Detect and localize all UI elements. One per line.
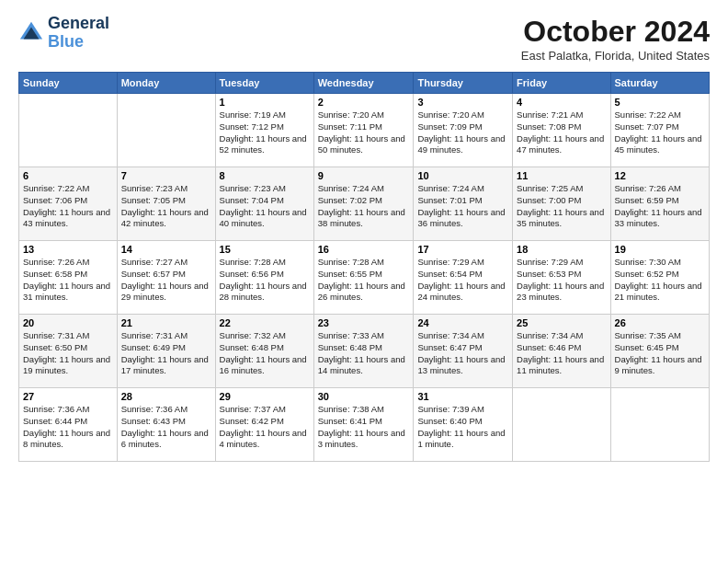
day-info: Sunrise: 7:35 AM Sunset: 6:45 PM Dayligh… [615,330,705,377]
day-number: 26 [615,317,705,328]
day-number: 2 [318,97,410,108]
day-number: 18 [517,244,606,255]
day-info: Sunrise: 7:23 AM Sunset: 7:05 PM Dayligh… [121,183,211,230]
calendar-week-1: 1Sunrise: 7:19 AM Sunset: 7:12 PM Daylig… [19,94,710,167]
calendar-header-row: SundayMondayTuesdayWednesdayThursdayFrid… [19,73,710,94]
logo-line2: Blue [48,33,109,52]
weekday-header-wednesday: Wednesday [313,73,414,94]
page: General Blue October 2024 East Palatka, … [0,0,728,563]
day-info: Sunrise: 7:39 AM Sunset: 6:40 PM Dayligh… [417,404,508,451]
day-info: Sunrise: 7:28 AM Sunset: 6:55 PM Dayligh… [318,257,410,304]
day-number: 24 [417,317,508,328]
calendar-cell [610,388,709,462]
day-number: 10 [417,170,508,181]
weekday-header-thursday: Thursday [414,73,513,94]
calendar-cell: 14Sunrise: 7:27 AM Sunset: 6:57 PM Dayli… [117,241,215,315]
calendar-cell: 18Sunrise: 7:29 AM Sunset: 6:53 PM Dayli… [513,241,610,315]
calendar-cell: 23Sunrise: 7:33 AM Sunset: 6:48 PM Dayli… [313,315,414,388]
day-number: 15 [220,244,310,255]
calendar-cell: 26Sunrise: 7:35 AM Sunset: 6:45 PM Dayli… [610,315,709,388]
calendar-cell: 20Sunrise: 7:31 AM Sunset: 6:50 PM Dayli… [19,315,118,388]
calendar-cell: 15Sunrise: 7:28 AM Sunset: 6:56 PM Dayli… [215,241,313,315]
day-info: Sunrise: 7:31 AM Sunset: 6:50 PM Dayligh… [23,330,113,377]
day-number: 16 [318,244,410,255]
day-number: 23 [318,317,410,328]
calendar-cell: 12Sunrise: 7:26 AM Sunset: 6:59 PM Dayli… [610,167,709,241]
calendar-cell [117,94,215,167]
day-number: 11 [517,170,606,181]
weekday-header-sunday: Sunday [19,73,118,94]
day-info: Sunrise: 7:21 AM Sunset: 7:08 PM Dayligh… [517,109,606,156]
calendar-cell: 7Sunrise: 7:23 AM Sunset: 7:05 PM Daylig… [117,167,215,241]
day-number: 8 [220,170,310,181]
day-info: Sunrise: 7:30 AM Sunset: 6:52 PM Dayligh… [615,257,705,304]
day-info: Sunrise: 7:26 AM Sunset: 6:59 PM Dayligh… [615,183,705,230]
day-number: 9 [318,170,410,181]
month-title: October 2024 [521,15,710,49]
day-info: Sunrise: 7:36 AM Sunset: 6:44 PM Dayligh… [23,404,113,451]
calendar-cell [513,388,610,462]
day-info: Sunrise: 7:20 AM Sunset: 7:11 PM Dayligh… [318,109,410,156]
day-info: Sunrise: 7:22 AM Sunset: 7:06 PM Dayligh… [23,183,113,230]
calendar-week-3: 13Sunrise: 7:26 AM Sunset: 6:58 PM Dayli… [19,241,710,315]
calendar-cell: 22Sunrise: 7:32 AM Sunset: 6:48 PM Dayli… [215,315,313,388]
day-number: 6 [23,170,113,181]
day-info: Sunrise: 7:34 AM Sunset: 6:47 PM Dayligh… [417,330,508,377]
day-number: 17 [417,244,508,255]
day-info: Sunrise: 7:20 AM Sunset: 7:09 PM Dayligh… [417,109,508,156]
day-number: 12 [615,170,705,181]
day-info: Sunrise: 7:32 AM Sunset: 6:48 PM Dayligh… [220,330,310,377]
calendar-cell: 9Sunrise: 7:24 AM Sunset: 7:02 PM Daylig… [313,167,414,241]
day-number: 7 [121,170,211,181]
day-info: Sunrise: 7:31 AM Sunset: 6:49 PM Dayligh… [121,330,211,377]
calendar-cell: 8Sunrise: 7:23 AM Sunset: 7:04 PM Daylig… [215,167,313,241]
day-info: Sunrise: 7:37 AM Sunset: 6:42 PM Dayligh… [220,404,310,451]
calendar-cell: 27Sunrise: 7:36 AM Sunset: 6:44 PM Dayli… [19,388,118,462]
day-info: Sunrise: 7:38 AM Sunset: 6:41 PM Dayligh… [318,404,410,451]
calendar-cell: 2Sunrise: 7:20 AM Sunset: 7:11 PM Daylig… [313,94,414,167]
logo-icon [18,20,44,46]
location: East Palatka, Florida, United States [521,49,710,63]
calendar-cell: 30Sunrise: 7:38 AM Sunset: 6:41 PM Dayli… [313,388,414,462]
calendar-table: SundayMondayTuesdayWednesdayThursdayFrid… [18,72,710,462]
day-info: Sunrise: 7:33 AM Sunset: 6:48 PM Dayligh… [318,330,410,377]
calendar-cell: 11Sunrise: 7:25 AM Sunset: 7:00 PM Dayli… [513,167,610,241]
day-info: Sunrise: 7:19 AM Sunset: 7:12 PM Dayligh… [220,109,310,156]
day-info: Sunrise: 7:24 AM Sunset: 7:02 PM Dayligh… [318,183,410,230]
day-info: Sunrise: 7:29 AM Sunset: 6:54 PM Dayligh… [417,257,508,304]
calendar-cell: 4Sunrise: 7:21 AM Sunset: 7:08 PM Daylig… [513,94,610,167]
weekday-header-friday: Friday [513,73,610,94]
day-info: Sunrise: 7:24 AM Sunset: 7:01 PM Dayligh… [417,183,508,230]
day-number: 13 [23,244,113,255]
weekday-header-tuesday: Tuesday [215,73,313,94]
calendar-cell: 19Sunrise: 7:30 AM Sunset: 6:52 PM Dayli… [610,241,709,315]
day-number: 21 [121,317,211,328]
calendar-cell: 29Sunrise: 7:37 AM Sunset: 6:42 PM Dayli… [215,388,313,462]
calendar-week-4: 20Sunrise: 7:31 AM Sunset: 6:50 PM Dayli… [19,315,710,388]
day-number: 1 [220,97,310,108]
calendar-cell: 16Sunrise: 7:28 AM Sunset: 6:55 PM Dayli… [313,241,414,315]
calendar-cell: 28Sunrise: 7:36 AM Sunset: 6:43 PM Dayli… [117,388,215,462]
calendar-cell: 10Sunrise: 7:24 AM Sunset: 7:01 PM Dayli… [414,167,513,241]
calendar-cell: 3Sunrise: 7:20 AM Sunset: 7:09 PM Daylig… [414,94,513,167]
day-number: 28 [121,391,211,402]
day-info: Sunrise: 7:27 AM Sunset: 6:57 PM Dayligh… [121,257,211,304]
calendar-cell: 6Sunrise: 7:22 AM Sunset: 7:06 PM Daylig… [19,167,118,241]
day-number: 14 [121,244,211,255]
calendar-cell: 21Sunrise: 7:31 AM Sunset: 6:49 PM Dayli… [117,315,215,388]
title-area: October 2024 East Palatka, Florida, Unit… [521,15,710,63]
header: General Blue October 2024 East Palatka, … [18,15,710,63]
calendar-week-5: 27Sunrise: 7:36 AM Sunset: 6:44 PM Dayli… [19,388,710,462]
day-info: Sunrise: 7:34 AM Sunset: 6:46 PM Dayligh… [517,330,606,377]
day-info: Sunrise: 7:29 AM Sunset: 6:53 PM Dayligh… [517,257,606,304]
calendar-cell: 1Sunrise: 7:19 AM Sunset: 7:12 PM Daylig… [215,94,313,167]
day-info: Sunrise: 7:22 AM Sunset: 7:07 PM Dayligh… [615,109,705,156]
day-number: 27 [23,391,113,402]
calendar-cell: 31Sunrise: 7:39 AM Sunset: 6:40 PM Dayli… [414,388,513,462]
day-info: Sunrise: 7:23 AM Sunset: 7:04 PM Dayligh… [220,183,310,230]
day-number: 31 [417,391,508,402]
day-number: 19 [615,244,705,255]
calendar-cell [19,94,118,167]
calendar-cell: 25Sunrise: 7:34 AM Sunset: 6:46 PM Dayli… [513,315,610,388]
weekday-header-saturday: Saturday [610,73,709,94]
